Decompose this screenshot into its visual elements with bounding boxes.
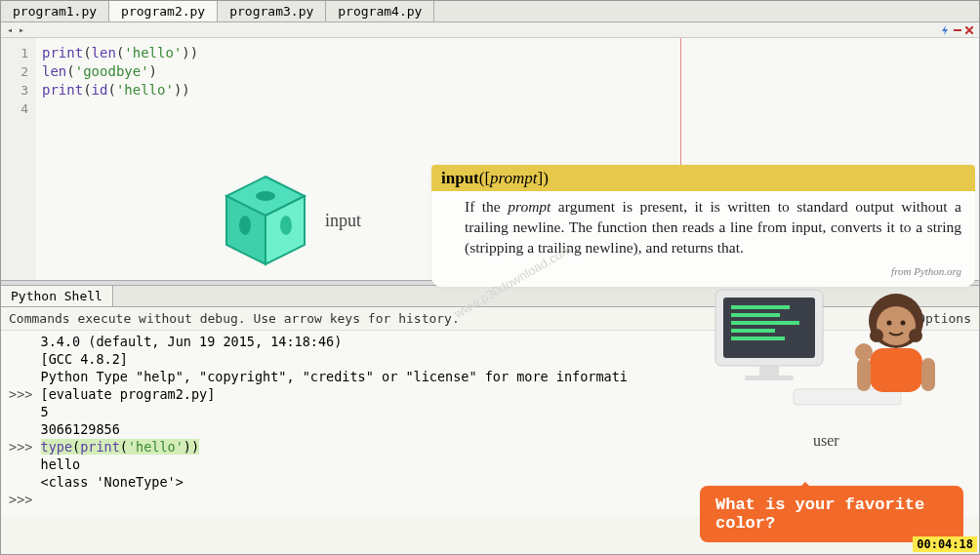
shell-line: hello (9, 456, 971, 473)
doc-sig-paren: ) (543, 169, 549, 187)
svg-point-21 (870, 329, 883, 342)
svg-point-6 (280, 216, 292, 235)
token-paren: ) (191, 439, 199, 455)
shell-text: [evaluate program2.py] (41, 386, 216, 402)
doc-signature: input([prompt]) (431, 165, 975, 191)
token-paren: ( (72, 439, 80, 455)
doc-text-em: prompt (508, 198, 551, 215)
token-paren: ( (120, 439, 128, 455)
shell-tab[interactable]: Python Shell (1, 286, 113, 306)
shell-info-text: Commands execute without debug. Use arro… (9, 311, 460, 326)
doc-tooltip: input([prompt]) If the prompt argument i… (431, 165, 975, 287)
token-str: 'hello' (128, 439, 184, 455)
svg-rect-24 (857, 358, 871, 391)
shell-prompt: >>> (9, 492, 41, 507)
close-icon[interactable] (965, 26, 973, 34)
svg-rect-12 (731, 329, 775, 333)
user-label: user (813, 432, 839, 450)
cube-icon (222, 175, 309, 267)
line-number: 2 (1, 62, 28, 81)
token-paren: ( (83, 45, 91, 60)
token-paren: ) (149, 63, 157, 79)
token-paren: ( (107, 82, 115, 98)
line-number: 1 (1, 44, 28, 62)
svg-rect-11 (731, 321, 799, 325)
token-paren: ( (66, 63, 74, 79)
token-fn: print (42, 82, 83, 98)
editor-nav-row: ◂ ▸ (1, 22, 979, 38)
nav-back-forward-icon[interactable]: ◂ ▸ (7, 24, 24, 35)
token-paren: ) (182, 45, 189, 60)
line-number: 4 (1, 99, 28, 118)
svg-rect-25 (921, 358, 935, 391)
token-fn: print (80, 439, 120, 455)
svg-rect-10 (731, 313, 780, 317)
token-paren: ) (184, 439, 191, 455)
minus-icon[interactable] (954, 26, 961, 34)
doc-sig-arg: prompt (490, 169, 538, 187)
doc-text: If the (465, 198, 508, 215)
lightning-icon[interactable] (940, 25, 950, 35)
svg-rect-23 (870, 348, 922, 392)
svg-point-19 (887, 321, 892, 326)
svg-point-18 (877, 306, 916, 345)
token-paren: ) (182, 82, 189, 98)
token-str: 'goodbye' (75, 63, 149, 79)
line-number: 3 (1, 81, 28, 99)
token-fn: len (42, 63, 66, 79)
token-str: 'hello' (116, 82, 174, 98)
svg-point-26 (855, 343, 873, 361)
token-fn: id (92, 82, 108, 98)
svg-rect-0 (954, 29, 961, 31)
tab-program4[interactable]: program4.py (326, 1, 434, 21)
cube-label: input (325, 212, 361, 230)
doc-body: If the prompt argument is present, it is… (431, 191, 975, 262)
svg-rect-9 (731, 305, 790, 309)
shell-prompt: >>> (9, 439, 41, 455)
tab-program2[interactable]: program2.py (109, 1, 218, 21)
video-timestamp: 00:04:18 (913, 536, 977, 552)
line-gutter: 1 2 3 4 (1, 38, 36, 280)
speech-bubble: What is your favorite color? (700, 486, 963, 542)
svg-point-4 (256, 191, 275, 201)
cube-illustration: input (222, 175, 361, 267)
svg-point-22 (909, 329, 922, 342)
editor-tab-bar: program1.py program2.py program3.py prog… (1, 1, 979, 22)
token-fn: len (92, 45, 116, 60)
token-paren: ( (83, 82, 91, 98)
token-fn: type (41, 439, 73, 455)
code-area[interactable]: print(len('hello')) len('goodbye') print… (36, 38, 979, 280)
svg-point-20 (901, 321, 906, 326)
svg-rect-13 (731, 337, 785, 340)
token-str: 'hello' (124, 45, 182, 60)
shell-prompt: >>> (9, 386, 41, 402)
code-editor[interactable]: 1 2 3 4 print(len('hello')) len('goodbye… (1, 38, 979, 280)
svg-rect-15 (745, 376, 794, 380)
svg-point-5 (239, 216, 251, 235)
token-paren: ) (190, 45, 198, 60)
tab-program3[interactable]: program3.py (218, 1, 326, 21)
svg-rect-14 (759, 366, 779, 376)
doc-sig-name: input (441, 169, 479, 187)
token-fn: print (42, 45, 83, 60)
user-illustration: user (706, 282, 960, 448)
tab-program1[interactable]: program1.py (1, 1, 109, 21)
